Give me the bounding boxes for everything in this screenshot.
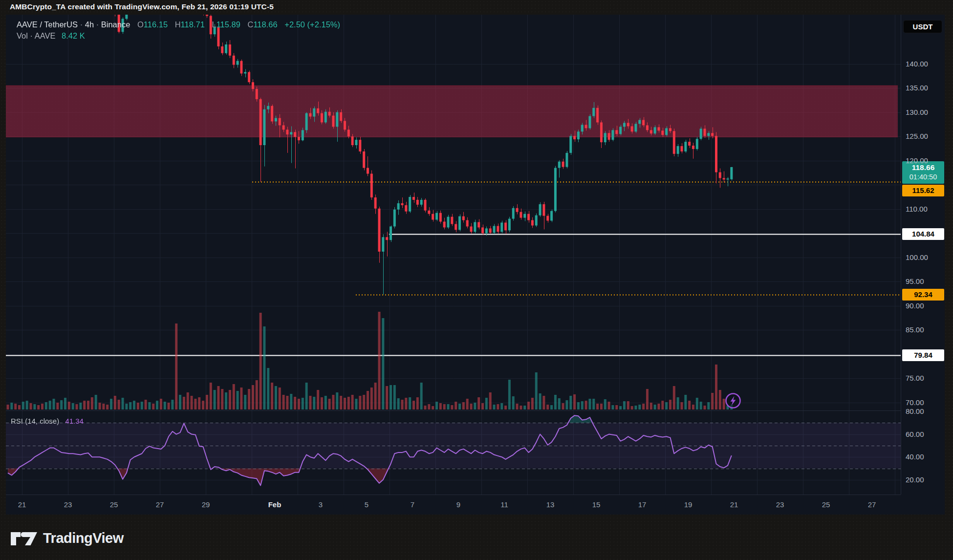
open-value: 116.15 [144,20,168,29]
level-badge-104: 104.84 [902,228,944,240]
time-axis-label: Feb [268,500,282,509]
price-axis-label: 135.00 [906,84,928,92]
tradingview-logo-icon [10,530,38,546]
time-axis-label: 9 [456,500,460,509]
price-axis-label: 130.00 [906,108,928,117]
tradingview-brand-text: TradingView [43,530,124,546]
bar-countdown: 01:40:50 [902,172,944,182]
exchange-label: Binance [101,20,130,29]
price-axis[interactable]: USDT 118.66 01:40:50 115.62 104.84 92.34… [901,15,945,495]
rsi-axis-label: 40.00 [906,452,924,461]
price-chart-canvas[interactable] [6,15,901,495]
price-axis-label: 90.00 [906,302,924,310]
rsi-label: RSI (14, close) [11,417,59,425]
rsi-legend[interactable]: RSI (14, close) 41.34 [11,417,84,425]
high-label: H [175,20,181,29]
price-axis-label: 110.00 [906,205,928,214]
level-badge-79: 79.84 [902,349,944,361]
volume-value: 8.42 K [62,31,85,40]
low-value: 115.89 [217,20,240,29]
time-axis-label: 27 [868,500,876,509]
rsi-axis-label: 80.00 [906,407,924,416]
time-axis-label: 23 [64,500,72,509]
price-axis-label: 100.00 [906,253,928,262]
attribution-text: AMBCrypto_TA created with TradingView.co… [10,2,274,11]
time-axis-label: 5 [365,500,368,509]
tradingview-footer[interactable]: TradingView [10,528,124,548]
close-value: 118.66 [253,20,277,29]
price-axis-label: 85.00 [906,325,924,334]
price-axis-label: 125.00 [906,132,928,141]
change-value: +2.50 (+2.15%) [284,20,340,29]
rsi-axis-label: 60.00 [906,430,924,439]
chart-widget: AAVE / TetherUS · 4h · Binance O116.15 H… [6,15,945,515]
time-axis-label: 25 [822,500,830,509]
time-axis-label: 27 [156,500,164,509]
volume-label: Vol · AAVE [17,31,56,40]
time-axis-label: 25 [110,500,118,509]
rsi-axis-label: 20.00 [906,475,924,484]
price-axis-label: 140.00 [906,60,928,68]
currency-toggle-button[interactable]: USDT [903,20,942,33]
time-axis-label: 3 [319,500,323,509]
time-axis[interactable]: 2123252729Feb3579111315171921232527 [6,495,901,515]
high-value: 118.71 [181,20,205,29]
close-label: C [247,20,253,29]
lightning-bolt-icon [724,392,742,409]
time-axis-label: 21 [18,500,26,509]
rsi-value: 41.34 [65,417,84,425]
time-axis-label: 21 [730,500,738,509]
time-axis-label: 11 [500,500,508,509]
interval-label: 4h [85,20,94,29]
price-axis-label: 120.00 [906,156,928,165]
time-axis-label: 13 [546,500,555,509]
low-label: L [212,20,216,29]
volume-legend[interactable]: Vol · AAVE 8.42 K [17,31,85,41]
price-axis-label: 70.00 [906,398,924,407]
time-axis-label: 29 [202,500,210,509]
time-axis-label: 17 [638,500,647,509]
attribution-bar: AMBCrypto_TA created with TradingView.co… [0,0,953,15]
time-axis-label: 19 [684,500,693,509]
time-axis-label: 7 [411,500,414,509]
open-label: O [137,20,144,29]
time-axis-label: 23 [776,500,784,509]
time-axis-label: 15 [592,500,601,509]
level-badge-115: 115.62 [902,185,944,196]
symbol-legend[interactable]: AAVE / TetherUS · 4h · Binance O116.15 H… [17,20,340,29]
level-badge-92: 92.34 [902,289,944,301]
price-axis-label: 95.00 [906,277,924,286]
symbol-name: AAVE / TetherUS [17,20,78,29]
price-axis-label: 75.00 [906,374,924,383]
